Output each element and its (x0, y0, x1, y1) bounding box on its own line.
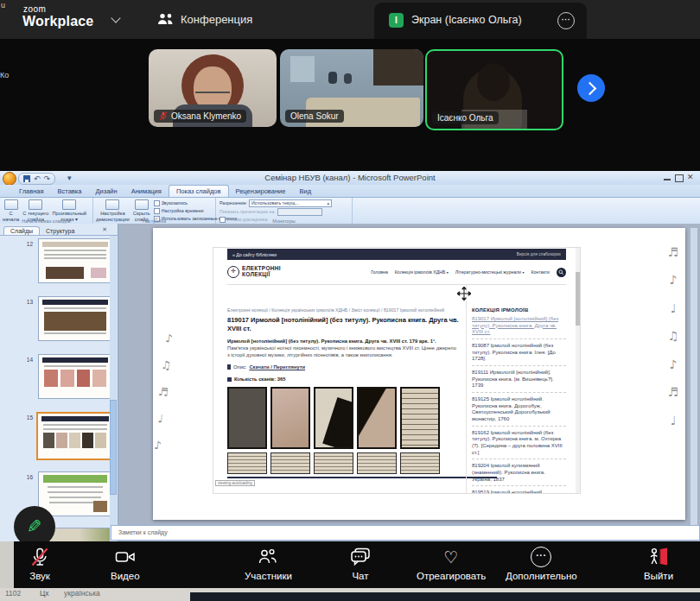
slide-number: 13 (21, 299, 33, 305)
current-slide: ♪ ♫ ♬ ♩ ♪ ♬ ♪ ♩ ♫ ♪ ♬ ♩ « До сайту біблі… (153, 228, 685, 520)
next-page-button[interactable] (577, 74, 605, 102)
scan-image[interactable] (357, 387, 397, 449)
show-on-dropdown (277, 208, 322, 216)
chat-control[interactable]: Чат (349, 546, 372, 581)
document-icon (227, 364, 231, 370)
chat-icon (349, 547, 372, 567)
tab-insert[interactable]: Вставка (51, 186, 89, 197)
sidebar-item[interactable]: 819125 Ірмолой нотолінійний. Рукописна к… (472, 393, 566, 427)
slide-area: ♪ ♫ ♬ ♩ ♪ ♬ ♪ ♩ ♫ ♪ ♬ ♩ « До сайту біблі… (118, 224, 700, 541)
tab-slideshow[interactable]: Показ слайдов (169, 185, 229, 197)
os-taskbar-strip: 1102 Цх українська (0, 588, 700, 601)
pane-scrollbar[interactable] (110, 236, 117, 541)
video-tile-olena[interactable]: Olena Sokur (280, 49, 423, 127)
slide-thumbnail-13[interactable] (38, 296, 112, 341)
participants-label: Участники (245, 571, 292, 581)
mic-muted-icon (29, 547, 50, 567)
tab-screen-share[interactable]: I Экран (Ісаєнко Ольга) ··· (374, 3, 587, 39)
scan-image[interactable] (400, 387, 440, 449)
minimize-button[interactable] (664, 179, 671, 180)
zoom-meeting-window: u zoom Workplace Конференция I Экран (Іс… (0, 0, 700, 601)
scan-image[interactable] (270, 452, 310, 474)
slide-number: 16 (21, 474, 33, 480)
item-description: Пам'ятка української нотної писемності, … (227, 345, 459, 358)
slide-number: 14 (21, 357, 33, 363)
video-tile-oksana[interactable]: Oksana Klymenko (149, 49, 277, 127)
tab-outline[interactable]: Структура (40, 227, 80, 235)
background-window-fragment (190, 592, 700, 601)
nav-home[interactable]: Головна (371, 269, 388, 275)
slide-thumbnail-14[interactable] (38, 354, 112, 399)
react-control[interactable]: ♡ Отреагировать (417, 546, 486, 581)
sidebar-item[interactable]: 819111 Ирмологій [нотолінійний]. Рукопис… (472, 366, 566, 393)
audio-control[interactable]: Звук (29, 546, 50, 581)
chevron-down-icon[interactable] (111, 13, 120, 22)
slide-number: 12 (21, 241, 33, 247)
video-tile-isaienko-active[interactable]: Ісаєнко Ольга (425, 49, 563, 130)
scan-image[interactable] (270, 387, 310, 449)
video-label: Видео (111, 571, 140, 581)
dropdown-arrow-icon: ▾ (328, 199, 330, 208)
sidebar-item[interactable]: 819087 Ірмолой нотолінійний (без титулу)… (472, 339, 566, 366)
sidebar-item-current[interactable]: 819017 Ирмолой [нотолінійний] (без титул… (472, 313, 566, 339)
audio-label: Звук (29, 571, 50, 581)
maximize-button[interactable] (675, 174, 684, 182)
article-content: Електронні колекції / Колекція українськ… (227, 285, 466, 494)
tab-animation[interactable]: Анимация (124, 186, 169, 197)
collection-sidebar: КОЛЕКЦІЯ ІРМОЛОЇВ 819017 Ирмолой [нотолі… (466, 285, 566, 494)
nav-irmoloi[interactable]: Колекція ірмолоїв ХДНБ ▾ (395, 269, 449, 275)
nav-journals[interactable]: Літературно-мистецькі журнали ▾ (455, 269, 525, 275)
tab-review[interactable]: Рецензирование (229, 186, 293, 197)
more-control[interactable]: ··· Дополнительно (506, 546, 577, 581)
webpage-scrollbar[interactable] (576, 248, 580, 493)
ribbon-group-setup: Настройка демонстрации Скрыть слайд Звук… (93, 198, 216, 224)
slide-area-scrollbar[interactable] (690, 227, 698, 536)
scan-image[interactable] (400, 452, 440, 474)
close-button[interactable]: ✕ (687, 173, 694, 181)
breadcrumb[interactable]: Електронні колекції / Колекція українськ… (227, 307, 459, 313)
slides-pane: Слайды Структура ✕ 12 13 14 (0, 224, 118, 541)
back-to-library-link[interactable]: « До сайту бібліотеки (232, 252, 277, 257)
notes-pane[interactable]: Заметки к слайду (111, 525, 700, 541)
scan-image[interactable] (357, 452, 397, 474)
search-icon[interactable] (557, 268, 566, 277)
item-description-bold: Ирмолой [нотолінійний] (без титулу). Рук… (227, 338, 459, 345)
download-view-link[interactable]: Скачати / Переглянути (249, 364, 305, 370)
participants-control[interactable]: Участники (245, 546, 292, 581)
slide-thumbnail-12[interactable] (38, 238, 112, 283)
scan-image[interactable] (227, 387, 267, 449)
slide-thumbnail-16[interactable] (38, 471, 112, 516)
sidebar-item[interactable]: 819162 Ірмолой нотолінійний (без титулу)… (472, 427, 566, 460)
leave-control[interactable]: Выйти (644, 546, 673, 581)
accessibility-link[interactable]: Версія для слабозорих (517, 252, 561, 256)
tab-home[interactable]: Главная (12, 186, 51, 197)
scan-image[interactable] (314, 452, 353, 474)
language-indicator: Цх (40, 589, 49, 598)
person-silhouette (344, 73, 352, 84)
setup-icon (105, 199, 119, 210)
scan-image[interactable] (227, 452, 267, 474)
pane-close-icon[interactable]: ✕ (102, 226, 107, 233)
section-divider (227, 477, 497, 478)
scan-thumbnails-row2 (227, 452, 459, 474)
music-notes-decoration: ♪ ♫ ♬ ♩ ♪ (150, 332, 176, 462)
tab-view[interactable]: Вид (292, 186, 318, 197)
video-strip: Ко Oksana Klymenko Ol (0, 39, 700, 171)
grid-icon (227, 377, 232, 382)
slide-thumbnail-15-selected[interactable] (36, 412, 114, 460)
video-control[interactable]: Видео (111, 546, 140, 581)
tab-design[interactable]: Дизайн (88, 186, 124, 197)
site-logo[interactable]: ✛ ЕЛЕКТРОННІКОЛЕКЦІЇ (227, 266, 281, 278)
sidebar-item[interactable]: 819519 Ірмолой нотолінійний (472, 486, 566, 494)
nav-contacts[interactable]: Контакти (531, 269, 550, 275)
tab-conference[interactable]: Конференция (181, 13, 252, 26)
resolution-dropdown[interactable]: Использовать текущ...▾ (249, 199, 332, 207)
mic-muted-icon (159, 111, 168, 121)
ribbon-group-monitors: Разрешение: Использовать текущ...▾ Показ… (216, 198, 353, 224)
tab-options-icon[interactable]: ··· (557, 12, 575, 29)
site-top-bar: « До сайту бібліотеки Версія для слабозо… (227, 249, 566, 260)
sidebar-item[interactable]: 819204 Ірмолой кулизмяний (знаменний). Р… (472, 459, 566, 486)
camera-icon (114, 547, 137, 566)
scan-image[interactable] (314, 387, 353, 449)
tab-slides[interactable]: Слайды (3, 226, 40, 235)
